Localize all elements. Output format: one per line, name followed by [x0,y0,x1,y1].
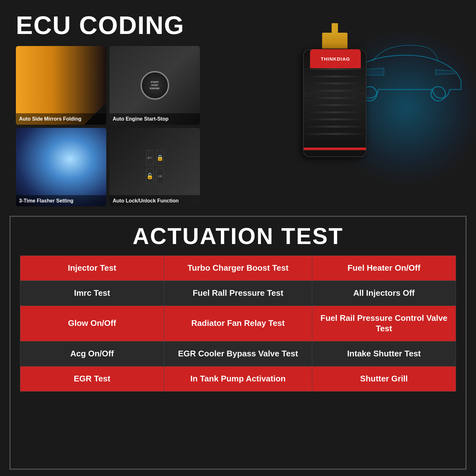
ridge-7 [305,111,364,113]
table-cell: Turbo Charger Boost Test [164,256,312,281]
table-cell: EGR Cooler Bypass Valve Test [164,341,312,367]
table-cell: Intake Shutter Test [312,341,456,367]
table-cell: Radiator Fan Relay Test [164,306,312,341]
brand-label: THINKDIAG [321,56,350,62]
table-cell: Glow On/Off [20,306,164,341]
table-cell: EGR Test [20,366,164,391]
lock-btn-1: ⇐ [146,150,154,166]
lock-btn-2: 🔒 [156,150,164,166]
top-left: ECU CODING Auto Side Mirrors Folding STA… [16,13,200,206]
device-bottom-stripe [304,148,366,150]
device-body: THINKDIAG [303,49,367,157]
lock-label: Auto Lock/Unlock Function [109,195,200,206]
device-ridges [304,66,366,137]
table-row: Glow On/OffRadiator Fan Relay TestFuel R… [20,306,456,341]
engine-button-text: STARTSTOPENGINE [150,81,160,90]
table-cell: Shutter Grill [312,366,456,391]
table-cell: Fuel Rail Pressure Control Valve Test [312,306,456,341]
ridge-5 [305,97,364,99]
actuation-title: ACTUATION TEST [20,223,456,249]
lock-btn-4: ⇒ [156,168,164,184]
lock-buttons-visual: ⇐ 🔒 🔓 ⇒ [141,145,169,189]
test-table: Injector TestTurbo Charger Boost TestFue… [20,255,456,392]
flasher-label: 3-Time Flasher Setting [16,195,106,206]
mirrors-cell: Auto Side Mirrors Folding [16,46,106,125]
ridge-1 [305,68,364,70]
lock-cell: ⇐ 🔒 🔓 ⇒ Auto Lock/Unlock Function [109,128,200,207]
flasher-image [16,128,106,207]
ridge-3 [305,83,364,84]
mirrors-image [16,46,106,125]
table-cell: All Injectors Off [312,281,456,306]
connector-pin [332,23,338,33]
device-connector [322,33,347,49]
ridge-4 [305,90,364,92]
ridge-2 [305,76,364,77]
table-row: Imrc TestFuel Rall Pressure TestAll Inje… [20,281,456,306]
table-cell: Injector Test [20,256,164,281]
table-cell: Acg On/Off [20,341,164,367]
device-wrapper: THINKDIAG [303,49,367,170]
ridge-8 [305,118,364,120]
ridge-9 [305,126,364,128]
mirrors-label: Auto Side Mirrors Folding [16,113,106,124]
engine-button-visual: STARTSTOPENGINE [141,71,169,100]
feature-grid: Auto Side Mirrors Folding STARTSTOPENGIN… [16,46,200,206]
device-top: THINKDIAG [310,49,361,68]
table-cell: Fuel Heater On/Off [312,256,456,281]
engine-label: Auto Engine Start-Stop [109,113,200,124]
lock-btn-3: 🔓 [146,168,154,184]
svg-point-1 [431,87,446,101]
table-row: Acg On/OffEGR Cooler Bypass Valve TestIn… [20,341,456,367]
top-section: ECU CODING Auto Side Mirrors Folding STA… [0,0,476,216]
table-cell: Fuel Rall Pressure Test [164,281,312,306]
top-right: THINKDIAG [209,13,460,206]
engine-cell: STARTSTOPENGINE Auto Engine Start-Stop [109,46,200,125]
ridge-10 [305,133,364,135]
actuation-section: ACTUATION TEST Injector TestTurbo Charge… [10,216,466,470]
flasher-cell: 3-Time Flasher Setting [16,128,106,207]
ecu-title: ECU CODING [16,13,200,38]
ridge-6 [305,104,364,106]
table-row: Injector TestTurbo Charger Boost TestFue… [20,256,456,281]
table-cell: Imrc Test [20,281,164,306]
device: THINKDIAG [303,49,367,170]
table-row: EGR TestIn Tank Pump ActivationShutter G… [20,366,456,391]
table-cell: In Tank Pump Activation [164,366,312,391]
